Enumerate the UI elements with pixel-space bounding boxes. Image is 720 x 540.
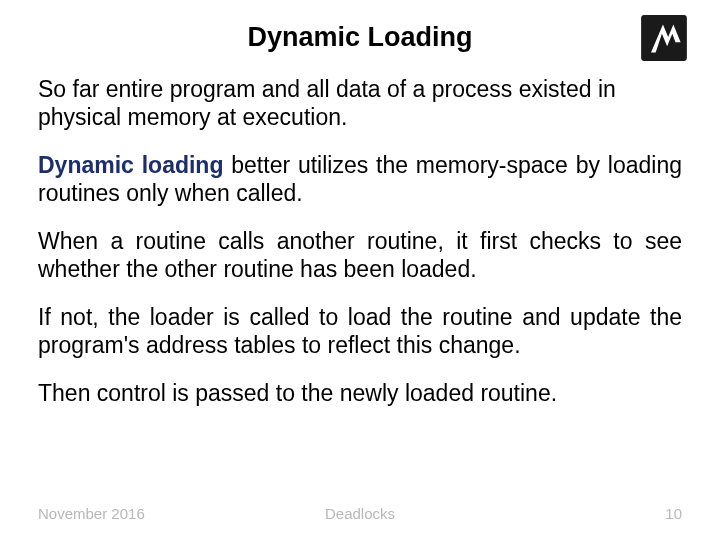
footer-page-number: 10	[665, 505, 682, 522]
footer-topic: Deadlocks	[325, 505, 395, 522]
footer-date: November 2016	[38, 505, 145, 522]
slide: Dynamic Loading So far entire program an…	[0, 0, 720, 540]
term-dynamic-loading: Dynamic loading	[38, 152, 223, 178]
slide-header: Dynamic Loading	[38, 18, 682, 53]
slide-footer: November 2016 Deadlocks 10	[38, 505, 682, 522]
paragraph-3: When a routine calls another routine, it…	[38, 227, 682, 283]
paragraph-5: Then control is passed to the newly load…	[38, 379, 682, 407]
slide-title: Dynamic Loading	[247, 22, 472, 53]
paragraph-4: If not, the loader is called to load the…	[38, 303, 682, 359]
technion-logo-icon	[638, 12, 690, 64]
paragraph-2: Dynamic loading better utilizes the memo…	[38, 151, 682, 207]
paragraph-1: So far entire program and all data of a …	[38, 75, 682, 131]
slide-body: So far entire program and all data of a …	[38, 75, 682, 407]
